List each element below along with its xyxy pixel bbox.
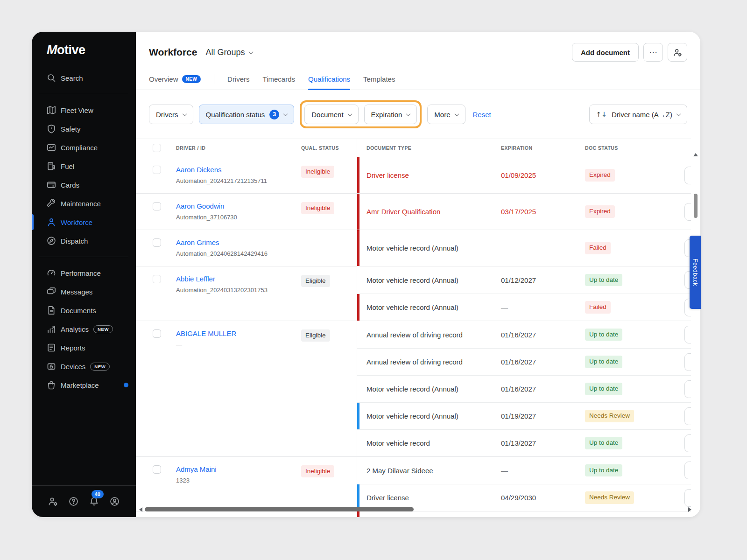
document-row[interactable]: Amr Driver Qualification03/17/2025Expire… [357, 194, 691, 230]
filter-more[interactable]: More [427, 105, 465, 124]
sidebar-item-fleet-view[interactable]: Fleet View [32, 101, 136, 119]
sidebar-item-label: Documents [61, 307, 96, 315]
filter-qualification-status[interactable]: Qualification status 3 [199, 105, 295, 124]
sidebar-item-compliance[interactable]: Compliance [32, 138, 136, 157]
row-action-button[interactable] [684, 434, 691, 452]
sidebar-item-maintenance[interactable]: Maintenance [32, 194, 136, 213]
row-checkbox[interactable] [153, 202, 161, 210]
document-row[interactable]: Motor vehicle record01/13/2027Up to date [357, 429, 691, 456]
tab-qualifications[interactable]: Qualifications [308, 75, 350, 90]
document-row[interactable]: Annual review of driving record01/16/202… [357, 348, 691, 375]
page-title: Workforce [149, 47, 197, 58]
driver-cell: Aaron DickensAutomation_2024121721213571… [136, 157, 357, 193]
feedback-tab[interactable]: Feedback [690, 236, 701, 309]
row-action-button[interactable] [684, 380, 691, 398]
sidebar-item-devices[interactable]: DevicesNEW [32, 357, 136, 376]
filter-count-badge: 3 [269, 110, 279, 119]
fuel-icon [47, 161, 56, 171]
tab-drivers[interactable]: Drivers [227, 75, 250, 90]
help-icon[interactable] [69, 497, 78, 506]
horizontal-scrollbar-thumb[interactable] [145, 507, 414, 511]
reset-filters-link[interactable]: Reset [473, 111, 491, 119]
tab-label: Timecards [263, 75, 295, 83]
sidebar-item-safety[interactable]: Safety [32, 119, 136, 138]
filter-drivers[interactable]: Drivers [149, 105, 193, 124]
row-action-button[interactable] [684, 203, 691, 221]
sidebar-item-search[interactable]: Search [32, 69, 136, 87]
document-type: Motor vehicle record [366, 439, 501, 447]
main-content: Workforce All Groups Add document ⋯ Over… [136, 32, 700, 517]
sort-selector[interactable]: ↑↓ Driver name (A→Z) [589, 105, 687, 124]
account-icon[interactable] [110, 497, 120, 506]
driver-name-link[interactable]: Abbie Leffler [176, 275, 215, 283]
tab-templates[interactable]: Templates [363, 75, 395, 90]
sidebar-item-marketplace[interactable]: Marketplace [32, 376, 136, 394]
sidebar-item-label: Analytics [61, 325, 89, 333]
driver-name-link[interactable]: Admya Maini [176, 465, 217, 473]
driver-name-link[interactable]: Aaron Goodwin [176, 202, 224, 210]
driver-name-link[interactable]: Aaron Dickens [176, 166, 222, 174]
driver-name-link[interactable]: ABIGALE MULLER [176, 329, 236, 337]
sidebar-item-workforce[interactable]: Workforce [32, 213, 136, 231]
row-action-button[interactable] [684, 167, 691, 184]
sidebar-item-documents[interactable]: Documents [32, 301, 136, 320]
row-action-button[interactable] [684, 407, 691, 425]
sidebar-item-cards[interactable]: Cards [32, 175, 136, 194]
add-document-button[interactable]: Add document [572, 43, 639, 62]
user-settings-icon[interactable] [48, 497, 58, 506]
document-row[interactable]: Motor vehicle record (Annual)01/12/2027U… [357, 266, 691, 294]
row-checkbox[interactable] [153, 329, 161, 338]
document-rows: Annual review of driving record01/16/202… [357, 321, 691, 456]
select-all-checkbox[interactable] [153, 144, 161, 152]
row-checkbox[interactable] [153, 465, 161, 474]
scroll-right-arrow[interactable] [688, 507, 691, 512]
notifications-button[interactable]: 40 [89, 497, 99, 506]
document-row[interactable]: Motor vehicle record (Annual)—Failed [357, 294, 691, 321]
document-row[interactable]: Motor vehicle record (Annual)01/16/2027U… [357, 375, 691, 402]
sidebar-item-label: Devices [61, 363, 85, 371]
row-checkbox[interactable] [153, 275, 161, 283]
document-row[interactable]: Annual review of driving record01/16/202… [357, 321, 691, 348]
chevron-down-icon [182, 112, 187, 116]
tab-timecards[interactable]: Timecards [263, 75, 295, 90]
person-icon [47, 217, 56, 227]
document-row[interactable]: 2 May Dilavar Sideee—Up to date [357, 457, 691, 484]
sidebar-item-messages[interactable]: Messages [32, 282, 136, 301]
document-row[interactable]: Motor vehicle record (Annual)01/19/2027N… [357, 402, 691, 429]
scroll-left-arrow[interactable] [139, 507, 142, 512]
filter-expiration[interactable]: Expiration [364, 105, 417, 124]
column-header-driver: DRIVER / ID [176, 145, 301, 151]
row-action-button[interactable] [684, 462, 691, 479]
row-action-button[interactable] [684, 326, 691, 343]
document-row[interactable]: Driver license01/09/2025Expired [357, 157, 691, 193]
sidebar-item-dispatch[interactable]: Dispatch [32, 231, 136, 250]
ellipsis-icon: ⋯ [649, 48, 657, 57]
qual-status-cell: Ineligible [301, 202, 357, 214]
row-checkbox[interactable] [153, 166, 161, 174]
document-row[interactable]: Motor vehicle record (Annual)—Failed [357, 230, 691, 266]
filter-document[interactable]: Document [304, 105, 358, 124]
row-checkbox[interactable] [153, 238, 161, 247]
manage-users-button[interactable] [668, 43, 687, 62]
group-selector[interactable]: All Groups [205, 48, 252, 57]
row-action-button[interactable] [684, 353, 691, 371]
table-row: Admya Maini1323Ineligible2 May Dilavar S… [136, 456, 691, 511]
column-header-document-type: DOCUMENT TYPE [366, 145, 501, 151]
more-actions-button[interactable]: ⋯ [643, 43, 663, 62]
expiration-date: 01/13/2027 [501, 439, 585, 447]
scroll-up-arrow[interactable] [693, 153, 698, 156]
wrench-icon [47, 199, 56, 208]
sort-label: Driver name (A→Z) [612, 111, 672, 119]
sidebar-item-label: Messages [61, 288, 92, 296]
table-row-partial [136, 511, 691, 517]
expiration-date: — [501, 467, 585, 475]
driver-name-link[interactable]: Aaron Grimes [176, 238, 219, 246]
vertical-scrollbar-thumb[interactable] [694, 194, 698, 218]
sidebar-item-reports[interactable]: Reports [32, 338, 136, 357]
sidebar-item-analytics[interactable]: AnalyticsNEW [32, 320, 136, 338]
sidebar-item-performance[interactable]: Performance [32, 264, 136, 282]
sidebar-item-fuel[interactable]: Fuel [32, 157, 136, 175]
tab-overview[interactable]: OverviewNEW [149, 75, 201, 90]
new-badge: NEW [182, 75, 201, 83]
row-action-button[interactable] [684, 489, 691, 507]
